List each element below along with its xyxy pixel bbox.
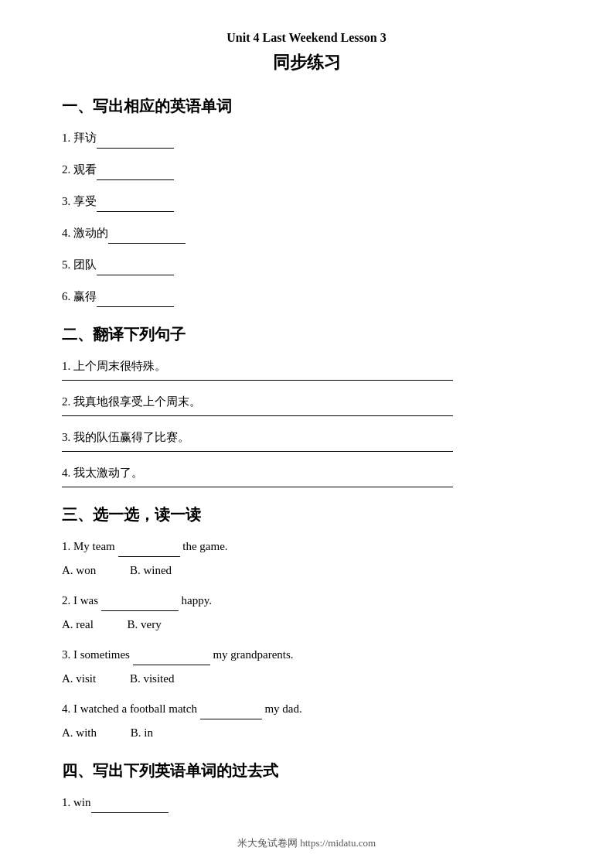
item-num: 6. 赢得: [62, 290, 97, 302]
choice-options: A. with B. in: [62, 723, 551, 743]
section-2: 二、翻译下列句子 1. 上个周末很特殊。 2. 我真地很享受上个周末。 3. 我…: [62, 324, 551, 487]
choice-question: 1. My team the game.: [62, 536, 551, 557]
answer-blank[interactable]: [91, 799, 169, 813]
answer-blank[interactable]: [97, 198, 174, 212]
answer-line: [62, 487, 453, 487]
answer-line: [62, 451, 453, 452]
answer-blank[interactable]: [97, 135, 174, 149]
section-2-title: 二、翻译下列句子: [62, 324, 551, 345]
item-num: 3. 享受: [62, 195, 97, 207]
choice-question: 3. I sometimes my grandparents.: [62, 644, 551, 665]
section-4-title: 四、写出下列英语单词的过去式: [62, 760, 551, 781]
option-a: A. with: [62, 726, 97, 739]
section-3: 三、选一选，读一读 1. My team the game. A. won B.…: [62, 504, 551, 743]
answer-blank[interactable]: [97, 261, 174, 275]
list-item: 4. 激动的: [62, 223, 551, 244]
item-num: 4. 激动的: [62, 227, 108, 239]
answer-blank[interactable]: [133, 651, 210, 665]
page-title-en: Unit 4 Last Weekend Lesson 3: [62, 31, 551, 45]
choice-options: A. real B. very: [62, 614, 551, 635]
choice-question: 4. I watched a football match my dad.: [62, 699, 551, 719]
choice-question: 2. I was happy.: [62, 590, 551, 611]
list-item: 6. 赢得: [62, 286, 551, 307]
choice-options: A. won B. wined: [62, 560, 551, 581]
option-b: B. in: [131, 726, 153, 739]
list-item: 1. 拜访: [62, 128, 551, 149]
item-num: 5. 团队: [62, 258, 97, 271]
option-a: A. won: [62, 564, 96, 576]
option-b: B. visited: [130, 672, 175, 685]
option-a: A. real: [62, 618, 94, 630]
list-item: 5. 团队: [62, 255, 551, 275]
translate-item: 3. 我的队伍赢得了比赛。: [62, 427, 551, 448]
translate-item: 1. 上个周末很特殊。: [62, 356, 551, 377]
list-item: 1. win: [62, 792, 551, 813]
option-b: B. wined: [130, 564, 172, 576]
answer-blank[interactable]: [118, 543, 180, 557]
section-1: 一、写出相应的英语单词 1. 拜访 2. 观看 3. 享受 4. 激动的 5. …: [62, 96, 551, 307]
section-3-title: 三、选一选，读一读: [62, 504, 551, 525]
answer-blank[interactable]: [101, 597, 179, 611]
section-1-title: 一、写出相应的英语单词: [62, 96, 551, 117]
page-title-zh: 同步练习: [62, 51, 551, 74]
item-num: 1. win: [62, 796, 91, 808]
option-a: A. visit: [62, 672, 96, 685]
list-item: 2. 观看: [62, 159, 551, 180]
answer-line: [62, 415, 453, 416]
list-item: 3. 享受: [62, 191, 551, 212]
item-num: 2. 观看: [62, 163, 97, 176]
translate-item: 2. 我真地很享受上个周末。: [62, 391, 551, 412]
section-4: 四、写出下列英语单词的过去式 1. win: [62, 760, 551, 813]
item-num: 1. 拜访: [62, 132, 97, 144]
choice-options: A. visit B. visited: [62, 668, 551, 689]
answer-line: [62, 380, 453, 381]
option-b: B. very: [128, 618, 162, 630]
footer: 米大兔试卷网 https://midatu.com: [62, 836, 551, 850]
answer-blank[interactable]: [97, 166, 174, 180]
answer-blank[interactable]: [108, 230, 186, 244]
translate-item: 4. 我太激动了。: [62, 463, 551, 484]
answer-blank[interactable]: [200, 706, 262, 719]
answer-blank[interactable]: [97, 293, 174, 307]
